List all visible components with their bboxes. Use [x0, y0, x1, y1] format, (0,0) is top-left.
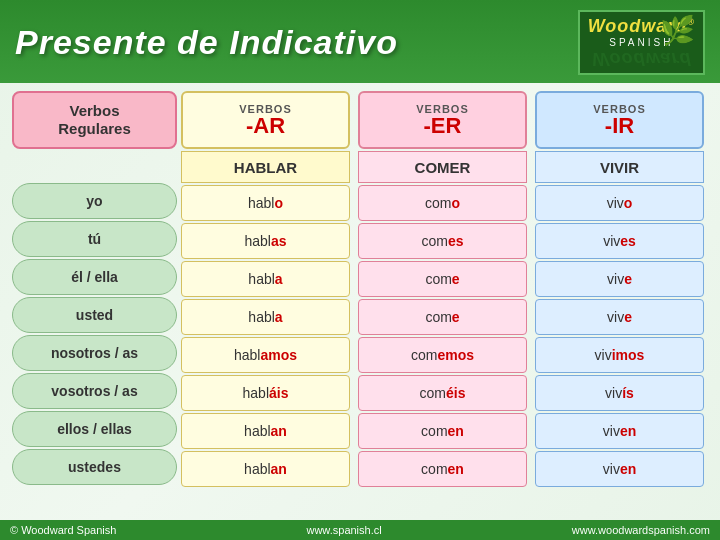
pronoun-ustedes: ustedes: [12, 449, 177, 485]
ar-column: VERBOS -AR HABLAR hablo hablas habla hab…: [177, 91, 354, 489]
ar-example-verb: HABLAR: [181, 151, 350, 183]
ir-conj-usted: vive: [535, 299, 704, 335]
footer-website2: www.woodwardspanish.com: [572, 524, 710, 536]
footer-website1: www.spanish.cl: [306, 524, 381, 536]
verbos-label-line2: Regulares: [58, 120, 131, 138]
footer-copyright: © Woodward Spanish: [10, 524, 116, 536]
er-conj-vosotros: coméis: [358, 375, 527, 411]
ir-conj-nosotros: vivimos: [535, 337, 704, 373]
verbos-regulares-label: Verbos Regulares: [12, 91, 177, 149]
main-container: Presente de Indicativo Woodward® SPANISH…: [0, 0, 720, 540]
pronoun-yo: yo: [12, 183, 177, 219]
er-conj-usted: come: [358, 299, 527, 335]
page-title: Presente de Indicativo: [15, 23, 398, 62]
leaf-icon: 🌿: [660, 14, 695, 47]
logo-reflection: Woodward: [588, 48, 695, 69]
er-column: VERBOS -ER COMER como comes come come co…: [354, 91, 531, 489]
er-conj-tu: comes: [358, 223, 527, 259]
ar-column-header: VERBOS -AR: [181, 91, 350, 149]
ar-conj-yo: hablo: [181, 185, 350, 221]
verbos-label-line1: Verbos: [69, 102, 119, 120]
ir-conj-tu: vives: [535, 223, 704, 259]
er-ending: -ER: [424, 115, 462, 137]
pronoun-usted: usted: [12, 297, 177, 333]
ir-conj-ustedes: viven: [535, 451, 704, 487]
ir-conj-yo: vivo: [535, 185, 704, 221]
ir-ending: -IR: [605, 115, 634, 137]
ar-conj-ellos: hablan: [181, 413, 350, 449]
er-column-header: VERBOS -ER: [358, 91, 527, 149]
pronoun-ellos: ellos / ellas: [12, 411, 177, 447]
pronoun-subheader-spacer: [12, 149, 177, 181]
footer: © Woodward Spanish www.spanish.cl www.wo…: [0, 520, 720, 540]
er-conj-yo: como: [358, 185, 527, 221]
ir-conj-ellos: viven: [535, 413, 704, 449]
er-conj-ustedes: comen: [358, 451, 527, 487]
ar-conj-nosotros: hablamos: [181, 337, 350, 373]
ar-ending-text: -AR: [246, 113, 285, 138]
ir-conj-vosotros: vivís: [535, 375, 704, 411]
pronoun-el-ella: él / ella: [12, 259, 177, 295]
ar-conj-usted: habla: [181, 299, 350, 335]
pronoun-tu: tú: [12, 221, 177, 257]
content: Verbos Regulares yo tú él / ella usted n…: [0, 83, 720, 497]
ir-conj-el: vive: [535, 261, 704, 297]
ar-ending: -AR: [246, 115, 285, 137]
logo: Woodward® SPANISH Woodward 🌿: [578, 10, 705, 75]
er-conj-nosotros: comemos: [358, 337, 527, 373]
er-example-verb: COMER: [358, 151, 527, 183]
er-conj-el: come: [358, 261, 527, 297]
ir-column-header: VERBOS -IR: [535, 91, 704, 149]
ar-conj-tu: hablas: [181, 223, 350, 259]
pronouns-column: Verbos Regulares yo tú él / ella usted n…: [12, 91, 177, 489]
pronoun-nosotros: nosotros / as: [12, 335, 177, 371]
ar-conj-ustedes: hablan: [181, 451, 350, 487]
ar-conj-vosotros: habláis: [181, 375, 350, 411]
ir-example-verb: VIVIR: [535, 151, 704, 183]
ir-column: VERBOS -IR VIVIR vivo vives vive vive vi…: [531, 91, 708, 489]
header: Presente de Indicativo Woodward® SPANISH…: [0, 0, 720, 83]
er-conj-ellos: comen: [358, 413, 527, 449]
conjugation-table: Verbos Regulares yo tú él / ella usted n…: [12, 91, 708, 489]
ar-conj-el: habla: [181, 261, 350, 297]
pronoun-vosotros: vosotros / as: [12, 373, 177, 409]
